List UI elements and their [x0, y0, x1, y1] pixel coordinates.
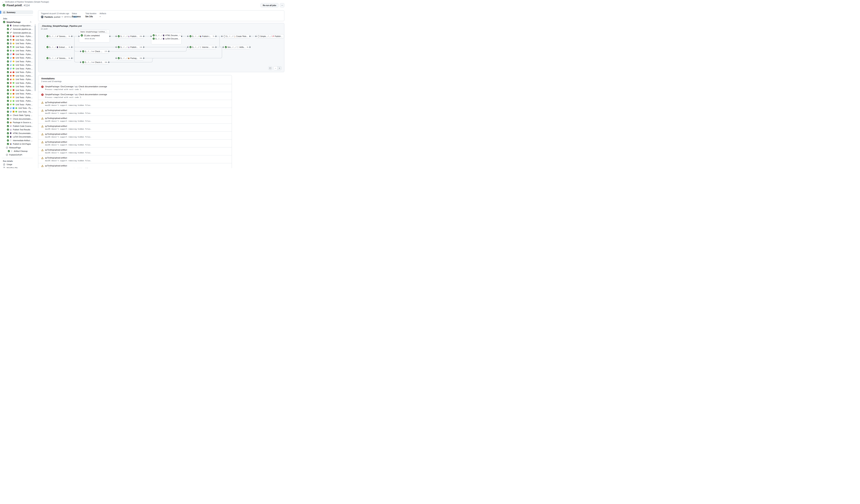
sidebar-job-item[interactable]: Unit Tests - Python 3.10 [1, 56, 33, 60]
selected-nav-accent [0, 11, 1, 14]
sidebar-job-item[interactable]: Unit Tests - Python 3.9 [1, 53, 33, 56]
annotation-title[interactable]: SimplePackage / DocCoverage /Check docum… [45, 85, 107, 88]
pipeline-node[interactable]: S... / ... /Check docume...18s [81, 60, 109, 64]
sidebar-job-item[interactable]: Unit Tests - Python 3.11 [1, 78, 33, 81]
rerun-all-jobs-button[interactable]: Re-run all jobs [261, 3, 278, 8]
annotation-title[interactable]: pyTooling/upload-artifact [45, 164, 91, 167]
sidebar-job-item[interactable]: Unit Tests - Python 3.9 [1, 34, 33, 38]
sidebar-job-item[interactable]: Publish Test Results [1, 128, 33, 132]
pipeline-trigger: on: push [41, 28, 47, 30]
sidebar-job-item[interactable]: Publish to GH-Pages [1, 142, 33, 146]
annotation-title[interactable]: pyTooling/upload-artifact [45, 157, 91, 159]
pipeline-node[interactable]: Simple... / ... /Publish to PyPI [256, 34, 284, 38]
pipeline-node[interactable]: S... / ... /LaTeX Docume...51s [153, 38, 180, 40]
matrix-tab[interactable]: Matrix: SimplePackage / UnitTest... [79, 30, 107, 33]
annotations-list: SimplePackage / DocCoverage /Check docum… [38, 84, 232, 168]
fullscreen-button[interactable] [268, 66, 272, 70]
sidebar-job-label: Unit Tests - Python 3.9 [16, 35, 33, 38]
scroll-up-arrow-icon[interactable]: ▲ [34, 24, 36, 25]
pipeline-node[interactable]: Sim... / ... /Artifact Cleanup4s [223, 45, 250, 49]
sidebar-job-item[interactable]: Unit Tests - Python 3.12 [1, 45, 33, 49]
pipeline-node[interactable]: S... / ... /Publish Test Re...13s [116, 45, 144, 49]
sidebar-job-item[interactable]: Unit Tests - Python 3.12 [1, 63, 33, 67]
sidebar-job-item[interactable]: Unit Tests - Python 3.13 [1, 85, 33, 88]
annotation-title[interactable]: pyTooling/upload-artifact [45, 125, 91, 127]
sidebar-job-item[interactable]: Artifact Cleanup [1, 149, 33, 153]
annotation-title[interactable]: pyTooling/upload-artifact [45, 141, 91, 143]
annotation-title[interactable]: pyTooling/upload-artifact [45, 117, 91, 119]
sidebar-job-item[interactable]: LaTeX Documentation using ... [1, 135, 33, 139]
zoom-out-button[interactable]: − [274, 67, 277, 70]
annotation-title[interactable]: pyTooling/upload-artifact [45, 149, 91, 151]
sidebar-job-item[interactable]: Publish Code Coverage Results [1, 124, 33, 128]
pipeline-node[interactable]: S... / ... /Create 'Release Pa... [222, 34, 250, 38]
sidebar-job-label: Intermediate Artifact Cleanup [13, 139, 33, 142]
check-circle-icon [7, 139, 9, 142]
status-value: Success [72, 15, 81, 18]
pipeline-node[interactable]: S... / ... /Publish to GH-P...7s [188, 34, 216, 38]
more-options-button[interactable] [280, 3, 284, 8]
sidebar-job-item[interactable]: Unit Tests - Python 3.12 [1, 81, 33, 85]
breadcrumb[interactable]: ← Verification of Pipeline Templates (Si… [2, 1, 49, 3]
annotation-title[interactable]: pyTooling/upload-artifact [45, 101, 91, 103]
show-all-jobs-link[interactable]: Show all jobs [85, 38, 108, 40]
pipeline-node[interactable]: S... / ... /HTML Docume...55s [153, 34, 180, 37]
commit-sha[interactable]: d0f07e1 [64, 16, 72, 18]
sidebar-job-item[interactable]: Unit Tests - Python 3.13 [1, 67, 33, 71]
zoom-in-button[interactable]: + [277, 67, 282, 70]
sidebar-job-item[interactable]: Unit Tests - Python 3.9 [1, 88, 33, 92]
pipeline-node[interactable]: S... / ... /Generate pipelin...0s [45, 34, 72, 38]
matrix-group-node[interactable]: 22 jobs completed Show all jobs [79, 33, 110, 43]
sidebar-job-item[interactable]: Intermediate Artifact Cleanup [1, 139, 33, 142]
annotation-title[interactable]: pyTooling/upload-artifact [45, 133, 91, 135]
sidebar-item-summary[interactable]: Summary [1, 10, 33, 14]
home-icon [3, 11, 5, 13]
sidebar-job-root[interactable]: SimplePackage [1, 20, 33, 24]
sidebar-job-label: Unit Tests - Python 3.10 [16, 92, 33, 95]
actor-name[interactable]: Paebbels [45, 16, 53, 18]
sidebar-job-item[interactable]: Unit Tests - Python 3.12 [1, 106, 33, 110]
sidebar-job-item[interactable]: Unit Tests - Python 3.11 [1, 42, 33, 45]
sidebar-job-item[interactable]: PublishOnPyPI [1, 153, 33, 157]
annotation-title[interactable]: SimplePackage / DocCoverage /Check docum… [45, 93, 107, 96]
sidebar-job-item[interactable]: Unit Tests - Python 3.13 [1, 49, 33, 53]
sidebar-job-item[interactable]: ReleasePage [1, 146, 33, 149]
sidebar-job-item[interactable]: Unit Tests - Python 3.10 [1, 74, 33, 78]
pipeline-node[interactable]: S... / ... /Intermediate A...16s [188, 45, 216, 49]
sidebar-job-label: Unit Tests - Python 3.11 [16, 78, 33, 81]
sidebar-job-item[interactable]: Generate pipeline parameters [1, 27, 33, 31]
check-circle-icon [7, 103, 9, 106]
pipeline-node[interactable]: S... / ... /Extract configur...4s [45, 45, 72, 49]
sidebar-job-item[interactable]: Check documentation covera... [1, 117, 33, 121]
pipeline-node[interactable]: S... / ... /Publish Code C...20s [116, 34, 144, 38]
scrollbar-thumb[interactable] [34, 25, 36, 91]
sidebar-job-item[interactable]: Unit Tests - Python 3.12 [1, 110, 33, 114]
sidebar-scrollbar[interactable]: ▲ [34, 24, 36, 168]
chevron-up-icon[interactable] [30, 21, 32, 23]
sidebar-job-item[interactable]: HTML Documentation using ... [1, 131, 33, 135]
node-prefix: S... / ... / [49, 57, 56, 59]
sidebar-job-item[interactable]: Unit Tests - Python 3.10 [1, 92, 33, 96]
sidebar-job-item[interactable]: Unit Tests - Python 3.11 [1, 60, 33, 63]
check-circle-icon [82, 50, 84, 53]
sidebar-item-usage[interactable]: Usage [1, 163, 33, 166]
sidebar-job-label: Unit Tests - Python 3.10 [16, 57, 33, 59]
dot-green-icon [13, 64, 15, 66]
sidebar-job-item[interactable]: Unit Tests - Python 3.13 [1, 103, 33, 106]
sidebar-item-workflow-file[interactable]: Workflow file [1, 166, 33, 168]
avatar[interactable] [41, 15, 44, 18]
sidebar-job-item[interactable]: Extract configurations from p... [1, 24, 33, 27]
sidebar-job-item[interactable]: Check Static Typing using Pyt... [1, 114, 33, 117]
pipeline-node[interactable]: S... / ... /Generate pipelin...0s [45, 56, 72, 60]
sidebar-job-item[interactable]: Unit Tests - Python 3.11 [1, 96, 33, 99]
pipeline-node[interactable]: S... / ... /Package in Sou...18s [116, 56, 144, 60]
annotations-subtitle: 2 errors and 10 warnings [41, 81, 229, 83]
windows-icon [10, 53, 12, 55]
pipeline-node[interactable]: S... / ... /Check Static Ty...17s [81, 49, 109, 53]
sidebar-job-item[interactable]: Unit Tests - Python 3.9 [1, 71, 33, 74]
sidebar-job-item[interactable]: Generate pipeline parameters [1, 31, 33, 34]
annotation-title[interactable]: pyTooling/upload-artifact [45, 109, 91, 111]
sidebar-job-item[interactable]: Unit Tests - Python 3.10 [1, 38, 33, 42]
sidebar-job-item[interactable]: Package in Source and Wheel... [1, 121, 33, 125]
sidebar-job-item[interactable]: Unit Tests - Python 3.12 [1, 99, 33, 103]
